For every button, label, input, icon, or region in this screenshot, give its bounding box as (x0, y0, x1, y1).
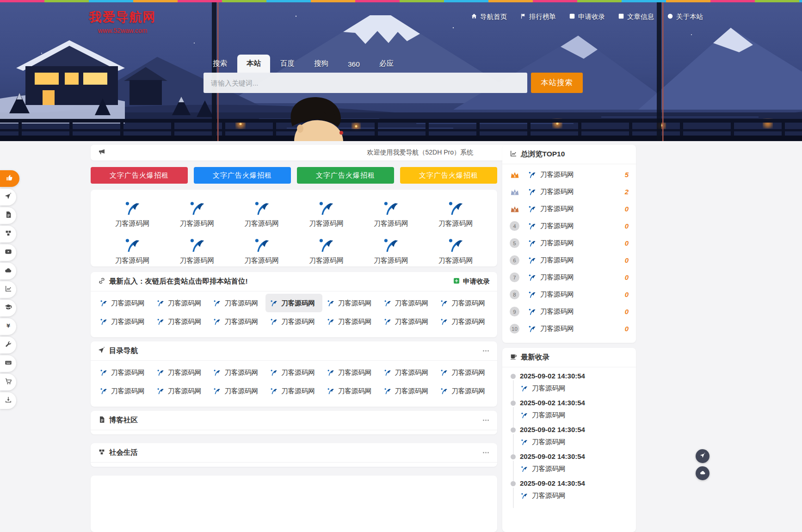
dock-item[interactable] (0, 337, 16, 353)
site-link[interactable]: 刀客源码网 (379, 382, 436, 400)
entry-timestamp: 2025-09-02 14:30:54 (520, 426, 629, 433)
dock-item[interactable] (0, 226, 16, 242)
site-link[interactable]: 刀客源码网 (209, 312, 265, 331)
site-card[interactable]: 刀客源码网 (358, 233, 423, 267)
ellipsis-icon[interactable] (482, 449, 490, 457)
site-link[interactable]: 刀客源码网 (209, 382, 265, 400)
top-nav-item[interactable]: 文章信息 (618, 12, 654, 21)
site-link[interactable]: 刀客源码网 (152, 312, 209, 331)
site-link[interactable]: 刀客源码网 (152, 382, 209, 400)
dock-item[interactable] (0, 244, 16, 261)
top10-row[interactable]: 6 6 刀客源码网 0 (502, 252, 636, 269)
text-ad-banner[interactable]: 文字广告火爆招租 (400, 167, 497, 184)
site-logo-icon (383, 386, 392, 396)
site-link[interactable]: 刀客源码网 (322, 363, 379, 382)
search-tab[interactable]: 搜索 (204, 55, 236, 73)
site-card[interactable]: 刀客源码网 (100, 196, 165, 230)
site-link[interactable]: 刀客源码网 (436, 382, 493, 400)
paper-plane-icon (5, 192, 12, 202)
site-link[interactable]: 刀客源码网 (95, 312, 152, 331)
site-link[interactable]: 刀客源码网 (322, 312, 379, 331)
entry-site-link[interactable]: 刀客源码网 (520, 384, 629, 393)
site-link[interactable]: 刀客源码网 (265, 312, 322, 331)
site-logo-icon (156, 298, 165, 308)
apply-inclusion-button[interactable]: 申请收录 (453, 277, 490, 286)
search-tab[interactable]: 搜狗 (305, 55, 338, 73)
top10-row[interactable]: 9 9 刀客源码网 0 (502, 303, 636, 320)
text-ad-banner[interactable]: 文字广告火爆招租 (297, 167, 394, 184)
top10-row[interactable]: 2 2 刀客源码网 2 (502, 183, 636, 200)
search-tab[interactable]: 必应 (370, 55, 403, 73)
top-nav-item[interactable]: 关于本站 (667, 12, 703, 21)
site-logo[interactable]: 我爱导航网 www.52waw.com (56, 9, 190, 34)
site-card[interactable]: 刀客源码网 (423, 233, 488, 267)
entry-site-link[interactable]: 刀客源码网 (520, 438, 629, 446)
search-tab[interactable]: 本站 (237, 55, 270, 73)
text-ad-banner[interactable]: 文字广告火爆招租 (91, 167, 188, 184)
entry-site-link[interactable]: 刀客源码网 (520, 411, 629, 420)
site-card[interactable]: 刀客源码网 (229, 196, 294, 230)
site-link[interactable]: 刀客源码网 (265, 363, 322, 382)
dock-item[interactable] (0, 207, 16, 224)
site-link[interactable]: 刀客源码网 (436, 363, 493, 382)
site-link[interactable]: 刀客源码网 (379, 312, 436, 331)
ellipsis-icon[interactable] (482, 347, 490, 355)
top10-row[interactable]: 4 4 刀客源码网 0 (502, 217, 636, 235)
site-link[interactable]: 刀客源码网 (265, 382, 322, 400)
top-nav-item[interactable]: 导航首页 (471, 12, 507, 21)
site-link[interactable]: 刀客源码网 (379, 363, 436, 382)
top-nav-item[interactable]: 申请收录 (569, 12, 605, 21)
dock-item[interactable]: ¥ (0, 318, 16, 335)
site-link[interactable]: 刀客源码网 (436, 294, 493, 312)
site-link[interactable]: 刀客源码网 (209, 363, 265, 382)
top10-row[interactable]: 7 7 刀客源码网 0 (502, 269, 636, 286)
site-link[interactable]: 刀客源码网 (152, 294, 209, 312)
site-card[interactable]: 刀客源码网 (294, 233, 358, 267)
ellipsis-icon[interactable] (482, 416, 490, 424)
search-tab[interactable]: 百度 (271, 55, 304, 73)
site-card[interactable]: 刀客源码网 (294, 196, 358, 230)
dock-item[interactable] (0, 300, 16, 316)
site-link[interactable]: 刀客源码网 (322, 294, 379, 312)
text-ad-banner[interactable]: 文字广告火爆招租 (194, 167, 291, 184)
floating-action-button[interactable] (696, 449, 709, 463)
top10-row[interactable]: 8 8 刀客源码网 0 (502, 286, 636, 303)
top10-row[interactable]: 10 10 刀客源码网 0 (502, 320, 636, 337)
site-link[interactable]: 刀客源码网 (322, 382, 379, 400)
dock-item[interactable] (0, 189, 16, 205)
dock-item[interactable] (0, 374, 16, 390)
dock-item[interactable] (0, 263, 16, 279)
site-title: 我爱导航网 (56, 9, 190, 25)
site-card[interactable]: 刀客源码网 (229, 233, 294, 267)
paper-plane-icon (700, 452, 706, 460)
site-logo-icon (381, 198, 401, 218)
entry-site-link[interactable]: 刀客源码网 (520, 491, 629, 500)
dock-item[interactable] (0, 355, 16, 372)
site-card[interactable]: 刀客源码网 (165, 196, 229, 230)
site-link[interactable]: 刀客源码网 (379, 294, 436, 312)
site-name: 刀客源码网 (115, 256, 149, 265)
search-button[interactable]: 本站搜索 (531, 73, 583, 93)
site-link[interactable]: 刀客源码网 (95, 363, 152, 382)
site-link[interactable]: 刀客源码网 (152, 363, 209, 382)
entry-site-link[interactable]: 刀客源码网 (520, 464, 629, 473)
dock-item[interactable] (0, 392, 16, 409)
site-link[interactable]: 刀客源码网 (209, 294, 265, 312)
dock-item[interactable] (0, 170, 19, 187)
site-card[interactable]: 刀客源码网 (100, 233, 165, 267)
search-input[interactable] (204, 73, 527, 93)
top10-row[interactable]: 3 3 刀客源码网 0 (502, 200, 636, 217)
site-link[interactable]: 刀客源码网 (95, 382, 152, 400)
site-link[interactable]: 刀客源码网 (436, 312, 493, 331)
top10-row[interactable]: 1 1 刀客源码网 5 (502, 166, 636, 183)
site-card[interactable]: 刀客源码网 (423, 196, 488, 230)
site-link[interactable]: 刀客源码网 (95, 294, 152, 312)
site-card[interactable]: 刀客源码网 (165, 233, 229, 267)
top10-row[interactable]: 5 5 刀客源码网 0 (502, 235, 636, 252)
top-nav-item[interactable]: 排行榜单 (520, 12, 556, 21)
site-link[interactable]: 刀客源码网 (265, 294, 322, 312)
search-tab[interactable]: 360 (339, 56, 369, 73)
dock-item[interactable] (0, 281, 16, 298)
floating-action-button[interactable] (696, 466, 709, 480)
site-card[interactable]: 刀客源码网 (358, 196, 423, 230)
